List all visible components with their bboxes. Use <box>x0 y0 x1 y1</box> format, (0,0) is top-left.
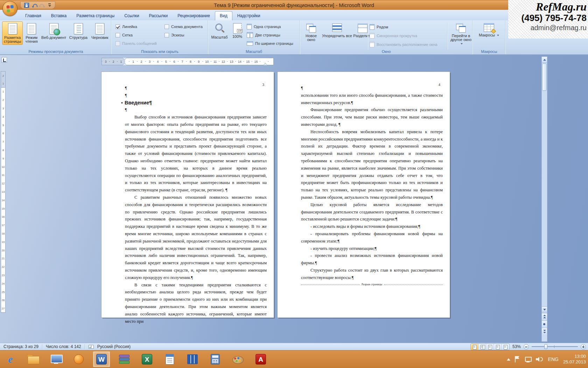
status-word-count[interactable]: Число слов: 4 142 <box>42 343 85 350</box>
language-indicator[interactable]: ENG <box>548 356 559 362</box>
volume-icon[interactable] <box>536 356 544 362</box>
ribbon-tab[interactable]: Вид <box>215 11 232 20</box>
status-language[interactable]: Русский (Россия) <box>94 343 134 350</box>
taskbar-calculator-button[interactable] <box>207 352 224 367</box>
zoom-option-button[interactable]: Одна страница <box>247 22 293 31</box>
calculator-icon <box>211 354 220 364</box>
view-mode-label: Структура <box>69 35 88 40</box>
show-hide-checkbox[interactable]: Панель сообщений <box>115 39 157 48</box>
status-page-indicator[interactable]: Страница: 3 из 29 <box>0 343 42 350</box>
office-logo-icon <box>6 5 14 12</box>
ruler-number: 18 <box>1 230 5 238</box>
undo-icon[interactable] <box>32 3 37 7</box>
taskbar-ie-button[interactable]: e <box>2 352 19 367</box>
ribbon-tab[interactable]: Надстройки <box>232 11 265 20</box>
scrollbar-thumb[interactable] <box>542 63 547 91</box>
scroll-up-button[interactable] <box>542 57 547 63</box>
first-line-indent-marker[interactable] <box>123 58 126 60</box>
ruler-number: 22 <box>1 263 5 271</box>
word-icon: W <box>96 354 107 364</box>
ribbon-tab[interactable]: Главная <box>20 11 46 20</box>
taskbar-computer-button[interactable] <box>48 352 64 367</box>
taskbar-word-button[interactable]: W <box>93 352 110 367</box>
group-document-views: Разметка страницы Режим чтения Веб-докум… <box>1 20 111 54</box>
window-option-button[interactable]: Синхронная прокрутка <box>370 31 438 40</box>
network-icon[interactable] <box>524 356 531 362</box>
paragraph: Целью курсовой работы является исследова… <box>301 201 443 223</box>
zoom-option-label: Одна страница <box>254 25 281 29</box>
taskbar-orange-app-button[interactable] <box>70 352 87 367</box>
scroll-down-button[interactable] <box>542 306 547 312</box>
reading-view-button[interactable] <box>478 344 486 350</box>
taskbar-winrar-button[interactable] <box>116 352 133 367</box>
window-option-button[interactable]: Рядом <box>370 22 438 31</box>
ruler-number: 16 <box>1 213 5 221</box>
window-option-icon <box>370 33 374 39</box>
office-button[interactable] <box>2 1 18 16</box>
left-indent-marker[interactable] <box>123 63 126 65</box>
vertical-scrollbar[interactable] <box>541 56 547 342</box>
arrange-all-button[interactable]: Упорядочить все <box>322 21 352 38</box>
zoom-out-button[interactable] <box>524 344 529 349</box>
macros-button[interactable]: Макросы <box>479 21 499 37</box>
show-hide-checkbox[interactable]: Эскизы <box>164 31 203 39</box>
ribbon-tab[interactable]: Рецензирование <box>173 11 215 20</box>
ie-icon: e <box>8 353 13 365</box>
ribbon-tab[interactable]: Рассылки <box>144 11 173 20</box>
taskbar-acrobat-button[interactable]: A <box>252 352 269 367</box>
switch-windows-button[interactable]: Перейти в другое окно <box>450 21 472 46</box>
zoom-option-label: По ширине страницы <box>255 41 293 46</box>
ribbon-tab[interactable]: Разметка страницы <box>71 11 119 20</box>
view-mode-button[interactable]: Черновик <box>90 21 110 41</box>
ruler-number: 15 <box>244 60 252 63</box>
ribbon-tab[interactable]: Вставка <box>46 11 72 20</box>
zoom-option-button[interactable]: По ширине страницы <box>247 39 293 48</box>
ruler-number: 6 <box>1 129 5 138</box>
show-hide-checkbox[interactable]: Схема документа <box>164 22 203 31</box>
ruler-number: 8 <box>1 146 5 155</box>
view-mode-button[interactable]: Структура <box>67 21 89 41</box>
select-browse-object-button[interactable] <box>542 320 547 328</box>
ribbon-tab[interactable]: Ссылки <box>119 11 144 20</box>
clock[interactable]: 13:00 25.07.2013 <box>563 354 586 365</box>
previous-page-button[interactable] <box>542 313 547 320</box>
web-layout-view-button[interactable] <box>486 344 494 350</box>
zoom-level[interactable]: 53% <box>512 344 521 349</box>
window-option-button[interactable]: Восстановить расположение окна <box>370 40 438 49</box>
outline-view-button[interactable] <box>494 344 502 350</box>
new-window-button[interactable]: Новое окно <box>301 21 321 42</box>
view-mode-button[interactable]: Веб-документ <box>40 21 67 41</box>
zoom-slider-thumb[interactable] <box>544 344 547 349</box>
print-layout-view-button[interactable] <box>471 344 478 350</box>
zoom-option-button[interactable]: Две страницы <box>247 31 293 39</box>
horizontal-ruler[interactable]: 321 12345678910111213141516 <box>102 58 274 65</box>
proofing-book-icon[interactable] <box>89 345 94 349</box>
action-center-flag-icon[interactable] <box>515 356 520 362</box>
next-page-button[interactable] <box>542 328 547 335</box>
save-icon[interactable] <box>24 3 29 8</box>
ruler-number: 1 <box>1 80 5 87</box>
hidden-icons-arrow[interactable] <box>507 358 510 361</box>
zoom-button[interactable]: Масштаб <box>210 21 229 39</box>
tab-stop-selector[interactable] <box>1 57 7 63</box>
show-hide-checkbox[interactable]: Линейка <box>115 22 157 31</box>
customize-qat-icon[interactable] <box>48 3 51 7</box>
zoom-in-button[interactable] <box>581 344 586 349</box>
taskbar-excel-button[interactable]: X <box>139 352 155 367</box>
ruler-number: 3 <box>1 104 5 113</box>
redo-icon[interactable] <box>40 3 45 7</box>
view-mode-button[interactable]: Разметка страницы <box>2 21 23 45</box>
show-hide-checkbox[interactable]: Сетка <box>115 31 157 39</box>
taskbar-paint-button[interactable] <box>230 352 246 367</box>
zoom-100-button[interactable]: 100 100% <box>229 21 245 39</box>
draft-view-button[interactable] <box>502 344 509 350</box>
zoom-slider[interactable] <box>532 346 578 347</box>
taskbar-library-app-button[interactable] <box>184 352 201 367</box>
right-indent-marker[interactable] <box>264 63 267 65</box>
view-mode-button[interactable]: Режим чтения <box>23 21 40 45</box>
taskbar-document-app-button[interactable] <box>161 352 178 367</box>
taskbar-explorer-button[interactable] <box>25 352 42 367</box>
ruler-number: 2 <box>1 96 5 104</box>
vertical-ruler[interactable]: 21 1234567891011121314151617181920212223… <box>1 71 6 313</box>
ruler-number: 7 <box>178 60 186 63</box>
